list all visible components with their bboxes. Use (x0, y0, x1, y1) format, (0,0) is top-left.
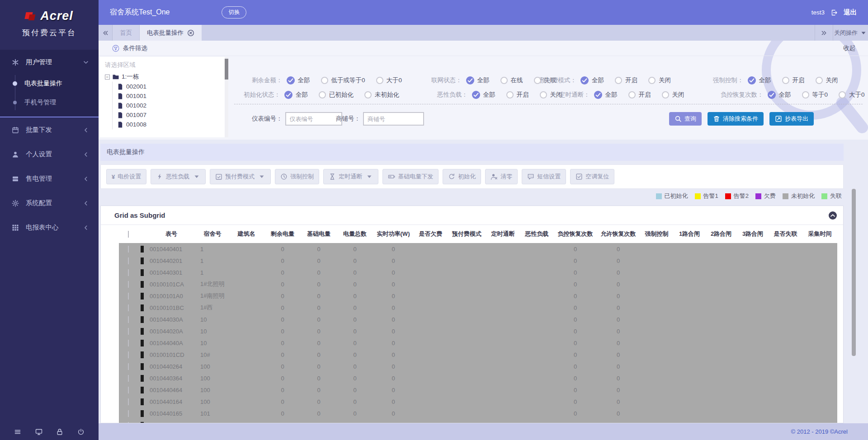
row-checkbox[interactable] (128, 304, 129, 311)
column-header[interactable]: 强制控制 (640, 230, 674, 238)
meter-export-button[interactable]: 抄表导出 (769, 112, 814, 126)
radio-unchecked-icon[interactable] (648, 77, 656, 84)
expand-row-icon[interactable] (141, 293, 144, 300)
row-checkbox[interactable] (128, 375, 129, 382)
radio-checked-icon[interactable] (768, 91, 776, 99)
expand-row-icon[interactable] (141, 375, 144, 382)
table-row[interactable]: 00100101CA1#北照明000000 (119, 278, 837, 290)
row-checkbox[interactable] (128, 316, 129, 323)
radio-option[interactable]: 全部 (472, 91, 495, 99)
tree-node-001007[interactable]: 001007 (117, 110, 222, 120)
radio-option[interactable]: 全部 (580, 76, 604, 84)
expand-row-icon[interactable] (141, 328, 144, 335)
column-header[interactable]: 2路合闸 (705, 230, 737, 238)
radio-unchecked-icon[interactable] (802, 91, 809, 98)
table-row[interactable]: 00104404011000000 (119, 243, 837, 255)
radio-checked-icon[interactable] (472, 91, 480, 99)
tool-button-6[interactable]: 初始化 (443, 169, 481, 184)
radio-option[interactable]: 全部 (466, 76, 490, 84)
radio-unchecked-icon[interactable] (500, 77, 508, 84)
radio-option[interactable]: 开启 (615, 76, 637, 84)
radio-unchecked-icon[interactable] (615, 77, 622, 84)
column-header[interactable]: 负控恢复次数 (554, 230, 597, 238)
table-row[interactable]: 00100101BC1#西000000 (119, 302, 837, 314)
expand-row-icon[interactable] (141, 257, 144, 264)
switch-system-button[interactable]: 切换 (222, 6, 246, 19)
row-checkbox[interactable] (128, 410, 129, 417)
column-header[interactable]: 宿舍号 (197, 230, 228, 238)
radio-unchecked-icon[interactable] (839, 91, 846, 98)
table-row[interactable]: 0010440164100000000 (119, 396, 837, 407)
query-button[interactable]: 查询 (669, 112, 702, 126)
column-header[interactable]: 实时功率(W) (373, 230, 414, 238)
tab-close-icon[interactable] (187, 29, 194, 37)
expand-row-icon[interactable] (141, 269, 144, 276)
power-icon[interactable] (77, 428, 85, 435)
tree-collapse-icon[interactable]: − (105, 75, 110, 80)
table-row[interactable]: 0010440265101000000 (119, 419, 837, 423)
radio-checked-icon[interactable] (580, 76, 589, 84)
table-row[interactable]: 0010440264100000000 (119, 360, 837, 372)
tab-home[interactable]: 首页 (113, 25, 140, 41)
expand-row-icon[interactable] (141, 410, 144, 417)
column-header[interactable]: 剩余电量 (264, 230, 301, 238)
column-header[interactable]: 是否失联 (769, 230, 802, 238)
row-checkbox[interactable] (128, 328, 129, 335)
row-checkbox[interactable] (128, 269, 129, 276)
tool-button-9[interactable]: 空调复位 (570, 169, 614, 184)
tree-node-001001[interactable]: 001001 (117, 91, 222, 101)
radio-option[interactable]: 全部 (768, 91, 791, 99)
row-checkbox[interactable] (128, 246, 129, 253)
tab-meter-batch[interactable]: 电表批量操作 (140, 25, 202, 41)
column-header[interactable]: 3路合闸 (737, 230, 769, 238)
scroll-tabs-right-button[interactable] (815, 25, 833, 41)
radio-option[interactable]: 关闭 (540, 91, 562, 99)
radio-checked-icon[interactable] (466, 76, 474, 84)
column-header[interactable]: 预付费模式 (448, 230, 486, 238)
radio-option[interactable]: 在线 (500, 76, 523, 84)
logout-button[interactable]: 退出 (844, 8, 857, 17)
row-checkbox[interactable] (128, 281, 129, 288)
radio-unchecked-icon[interactable] (321, 77, 328, 84)
column-header[interactable]: 电量总数 (337, 230, 373, 238)
radio-unchecked-icon[interactable] (816, 77, 823, 84)
radio-checked-icon[interactable] (284, 91, 292, 99)
radio-unchecked-icon[interactable] (782, 77, 789, 84)
expand-row-icon[interactable] (141, 387, 144, 393)
column-header[interactable]: 允许恢复次数 (597, 230, 640, 238)
clear-search-button[interactable]: 清除搜索条件 (708, 112, 764, 126)
row-checkbox[interactable] (128, 340, 129, 346)
logout-icon[interactable] (830, 9, 838, 16)
expand-row-icon[interactable] (141, 398, 144, 405)
tree-root-node[interactable]: − 1:一栋 (105, 73, 222, 81)
column-header[interactable]: 采集时间 (802, 230, 837, 238)
radio-option[interactable]: 未初始化 (364, 91, 399, 99)
radio-option[interactable]: 大于0 (376, 76, 402, 84)
radio-option[interactable]: 关闭 (662, 91, 684, 99)
collapse-filter-link[interactable]: 收起 (843, 44, 855, 52)
column-header[interactable]: 表号 (146, 230, 197, 238)
tree-node-001008[interactable]: 001008 (117, 120, 222, 129)
page-scrollbar-thumb[interactable] (852, 189, 856, 356)
table-row[interactable]: 001044020A10000000 (119, 325, 837, 337)
radio-checked-icon[interactable] (748, 76, 756, 84)
tool-button-8[interactable]: 短信设置 (522, 169, 566, 184)
tree-node-001002[interactable]: 001002 (117, 101, 222, 110)
radio-unchecked-icon[interactable] (628, 91, 636, 98)
row-checkbox[interactable] (128, 351, 129, 358)
radio-option[interactable]: 关闭 (648, 76, 671, 84)
radio-option[interactable]: 等于0 (802, 91, 828, 99)
scroll-tabs-left-button[interactable] (99, 25, 113, 41)
tool-button-0[interactable]: ¥电价设置 (106, 169, 146, 184)
tool-button-3[interactable]: 强制控制 (275, 169, 319, 184)
sidebar-item-5[interactable]: 电报表中心 (0, 215, 99, 239)
radio-option[interactable]: 全部 (594, 91, 618, 99)
table-row[interactable]: 0010440165101000000 (119, 407, 837, 419)
table-row[interactable]: 00104402011000000 (119, 255, 837, 267)
row-checkbox[interactable] (128, 293, 129, 300)
radio-option[interactable]: 已初始化 (319, 91, 354, 99)
radio-checked-icon[interactable] (594, 91, 602, 99)
tool-button-1[interactable]: 恶性负载 (151, 169, 206, 184)
close-operations-menu[interactable]: 关闭操作 (833, 25, 868, 41)
expand-row-icon[interactable] (141, 351, 144, 358)
